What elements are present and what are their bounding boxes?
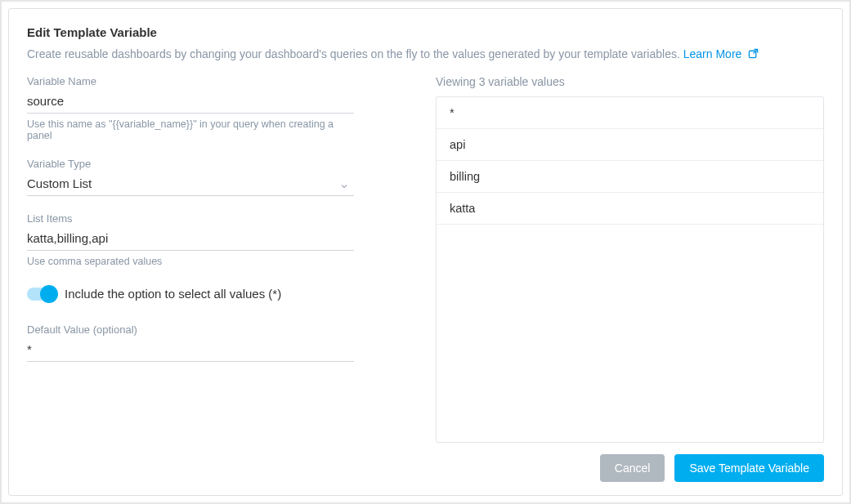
edit-template-variable-modal: Edit Template Variable Create reusable d…	[8, 8, 843, 496]
modal-description-text: Create reusable dashboards by changing y…	[27, 47, 680, 60]
value-list: *apibillingkatta	[436, 96, 824, 443]
default-value-field: Default Value (optional)	[27, 323, 354, 362]
include-all-toggle[interactable]	[27, 288, 55, 301]
modal-description: Create reusable dashboards by changing y…	[27, 47, 824, 60]
save-button[interactable]: Save Template Variable	[674, 454, 824, 482]
list-items-field: List Items Use comma separated values	[27, 212, 354, 267]
variable-name-input[interactable]	[27, 92, 354, 114]
value-list-item[interactable]: billing	[437, 161, 823, 193]
external-link-icon	[748, 48, 759, 59]
form-column: Variable Name Use this name as "{{variab…	[27, 75, 354, 443]
values-column: Viewing 3 variable values *apibillingkat…	[436, 75, 824, 443]
include-all-toggle-row: Include the option to select all values …	[27, 287, 354, 301]
modal-footer: Cancel Save Template Variable	[27, 454, 824, 482]
default-value-input[interactable]	[27, 341, 354, 362]
include-all-toggle-label: Include the option to select all values …	[65, 287, 281, 301]
learn-more-label: Learn More	[683, 47, 742, 60]
variable-name-label: Variable Name	[27, 75, 354, 87]
cancel-button[interactable]: Cancel	[600, 454, 665, 482]
modal-title: Edit Template Variable	[27, 25, 824, 39]
variable-name-helper: Use this name as "{{variable_name}}" in …	[27, 118, 354, 141]
list-items-helper: Use comma separated values	[27, 256, 354, 267]
toggle-knob	[40, 285, 58, 303]
variable-type-select[interactable]	[27, 175, 354, 196]
values-header: Viewing 3 variable values	[436, 75, 824, 88]
value-list-item[interactable]: api	[437, 129, 823, 161]
variable-type-label: Variable Type	[27, 158, 354, 170]
variable-type-field: Variable Type	[27, 158, 354, 196]
list-items-input[interactable]	[27, 230, 354, 251]
default-value-label: Default Value (optional)	[27, 323, 354, 336]
list-items-label: List Items	[27, 212, 354, 225]
learn-more-link[interactable]: Learn More	[683, 47, 759, 60]
value-list-item[interactable]: katta	[437, 193, 823, 225]
variable-name-field: Variable Name Use this name as "{{variab…	[27, 75, 354, 141]
value-list-item[interactable]: *	[437, 97, 823, 129]
